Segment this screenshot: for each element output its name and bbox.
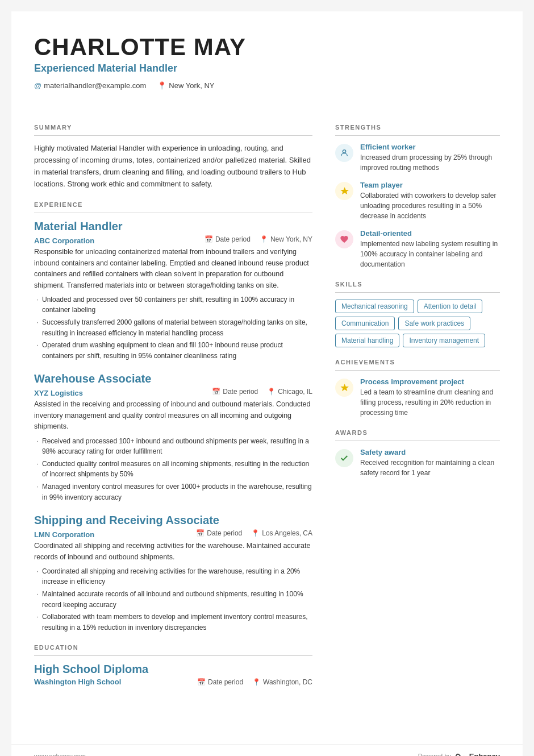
exp-location-2: 📍 Chicago, IL — [267, 388, 312, 396]
location-icon: 📍 — [157, 81, 166, 90]
team-player-icon — [335, 182, 353, 200]
education-item-1: High School Diploma Washington High Scho… — [34, 663, 312, 686]
awards-label: AWARDS — [335, 429, 500, 436]
award-content-1: Safety award Received recognition for ma… — [360, 448, 500, 478]
svg-marker-1 — [340, 188, 349, 195]
exp-bullets-1: Unloaded and processed over 50 container… — [34, 294, 312, 362]
experience-item-2: Warehouse Associate XYZ Logistics 📅 Date… — [34, 372, 312, 502]
education-label: EDUCATION — [34, 644, 312, 651]
strengths-divider — [335, 135, 500, 136]
brand-name: Enhancv — [469, 752, 500, 757]
education-section: EDUCATION High School Diploma Washington… — [34, 644, 312, 686]
exp-desc-2: Assisted in the receiving and processing… — [34, 399, 312, 432]
exp-desc-3: Coordinated all shipping and receiving a… — [34, 541, 312, 563]
calendar-icon-edu: 📅 — [197, 678, 206, 686]
strength-content-2: Team player Collaborated with coworkers … — [360, 181, 500, 221]
location-contact: 📍 New York, NY — [157, 81, 214, 90]
svg-point-0 — [343, 150, 345, 153]
email-value: materialhandler@example.com — [44, 81, 146, 90]
exp-meta-2: 📅 Date period 📍 Chicago, IL — [212, 388, 312, 396]
location-value: New York, NY — [169, 81, 214, 90]
location-icon-edu: 📍 — [252, 678, 261, 686]
strength-item-3: Detail-oriented Implemented new labeling… — [335, 229, 500, 269]
exp-company-2: XYZ Logistics — [34, 389, 83, 397]
edu-degree-1: High School Diploma — [34, 663, 312, 676]
footer: www.enhancv.com Powered by Enhancv — [11, 744, 523, 756]
efficient-worker-icon — [335, 144, 353, 162]
location-icon-2: 📍 — [267, 388, 276, 396]
bullet-1-2: Successfully transferred 2000 gallons of… — [34, 317, 312, 338]
exp-meta-1: 📅 Date period 📍 New York, NY — [205, 235, 312, 243]
footer-brand: Powered by Enhancv — [418, 750, 500, 756]
bullet-3-3: Collaborated with team members to develo… — [34, 612, 312, 633]
skill-1: Mechanical reasoning — [335, 300, 414, 313]
awards-divider — [335, 441, 500, 441]
skills-section: SKILLS Mechanical reasoning Attention to… — [335, 281, 500, 347]
skill-3: Communication — [335, 317, 395, 330]
skill-2: Attention to detail — [418, 300, 483, 313]
strength-desc-2: Collaborated with coworkers to develop s… — [360, 190, 500, 221]
edu-meta-1: 📅 Date period 📍 Washington, DC — [197, 678, 312, 686]
edu-school-line-1: Washington High School 📅 Date period 📍 W… — [34, 677, 312, 686]
exp-bullets-3: Coordinated all shipping and receiving a… — [34, 566, 312, 633]
experience-divider — [34, 213, 312, 213]
bullet-2-2: Conducted quality control measures on al… — [34, 459, 312, 480]
edu-school-1: Washington High School — [34, 678, 121, 686]
award-name-1: Safety award — [360, 448, 500, 456]
email-contact: @ materialhandler@example.com — [34, 81, 146, 90]
candidate-subtitle: Experienced Material Handler — [34, 63, 500, 74]
strength-desc-1: Increased drum processing by 25% through… — [360, 152, 500, 173]
achievement-name-1: Process improvement project — [360, 377, 500, 386]
strength-name-3: Detail-oriented — [360, 229, 500, 238]
bullet-3-2: Maintained accurate records of all inbou… — [34, 589, 312, 610]
bullet-2-1: Received and processed 100+ inbound and … — [34, 436, 312, 457]
exp-title-1: Material Handler — [34, 220, 312, 233]
detail-oriented-icon — [335, 230, 353, 248]
exp-title-2: Warehouse Associate — [34, 372, 312, 385]
bullet-3-1: Coordinated all shipping and receiving a… — [34, 566, 312, 587]
location-icon-1: 📍 — [260, 235, 268, 243]
exp-company-line-2: XYZ Logistics 📅 Date period 📍 Chicago, I… — [34, 387, 312, 399]
exp-company-line-1: ABC Corporation 📅 Date period 📍 New York… — [34, 234, 312, 247]
exp-location-1: 📍 New York, NY — [260, 235, 312, 243]
exp-company-3: LMN Corporation — [34, 530, 94, 539]
exp-title-3: Shipping and Receiving Associate — [34, 514, 312, 527]
strength-desc-3: Implemented new labeling system resultin… — [360, 239, 500, 269]
education-divider — [34, 655, 312, 656]
achievement-desc-1: Led a team to streamline drum cleaning a… — [360, 387, 500, 418]
candidate-name: CHARLOTTE MAY — [34, 34, 500, 60]
exp-company-line-3: LMN Corporation 📅 Date period 📍 Los Ange… — [34, 528, 312, 541]
right-column: STRENGTHS Efficient worker Increased dru… — [335, 124, 500, 733]
awards-section: AWARDS Safety award Received recognition… — [335, 429, 500, 478]
exp-company-1: ABC Corporation — [34, 236, 94, 245]
summary-divider — [34, 135, 312, 136]
exp-bullets-2: Received and processed 100+ inbound and … — [34, 436, 312, 503]
bullet-2-3: Managed inventory control measures for o… — [34, 481, 312, 502]
strengths-label: STRENGTHS — [335, 124, 500, 131]
summary-label: SUMMARY — [34, 124, 312, 131]
experience-item-1: Material Handler ABC Corporation 📅 Date … — [34, 220, 312, 361]
calendar-icon-1: 📅 — [205, 235, 213, 243]
skills-divider — [335, 292, 500, 293]
skills-label: SKILLS — [335, 281, 500, 288]
exp-date-3: 📅 Date period — [196, 529, 242, 537]
powered-by-label: Powered by — [418, 753, 451, 756]
left-column: SUMMARY Highly motivated Material Handle… — [34, 124, 312, 733]
achievement-item-1: Process improvement project Led a team t… — [335, 377, 500, 418]
summary-text: Highly motivated Material Handler with e… — [34, 143, 312, 190]
skill-4: Safe work practices — [398, 317, 470, 330]
experience-label: EXPERIENCE — [34, 201, 312, 208]
bullet-1-1: Unloaded and processed over 50 container… — [34, 294, 312, 315]
achievements-label: ACHIEVEMENTS — [335, 359, 500, 365]
achievements-section: ACHIEVEMENTS Process improvement project… — [335, 359, 500, 418]
edu-location-1: 📍 Washington, DC — [252, 678, 312, 686]
calendar-icon-2: 📅 — [212, 388, 220, 396]
summary-section: SUMMARY Highly motivated Material Handle… — [34, 124, 312, 190]
experience-item-3: Shipping and Receiving Associate LMN Cor… — [34, 514, 312, 633]
achievement-icon-1 — [335, 379, 353, 397]
edu-date-1: 📅 Date period — [197, 678, 243, 686]
strength-item-2: Team player Collaborated with coworkers … — [335, 181, 500, 221]
award-desc-1: Received recognition for maintaining a c… — [360, 458, 500, 478]
skills-list: Mechanical reasoning Attention to detail… — [335, 300, 500, 347]
strengths-section: STRENGTHS Efficient worker Increased dru… — [335, 124, 500, 269]
